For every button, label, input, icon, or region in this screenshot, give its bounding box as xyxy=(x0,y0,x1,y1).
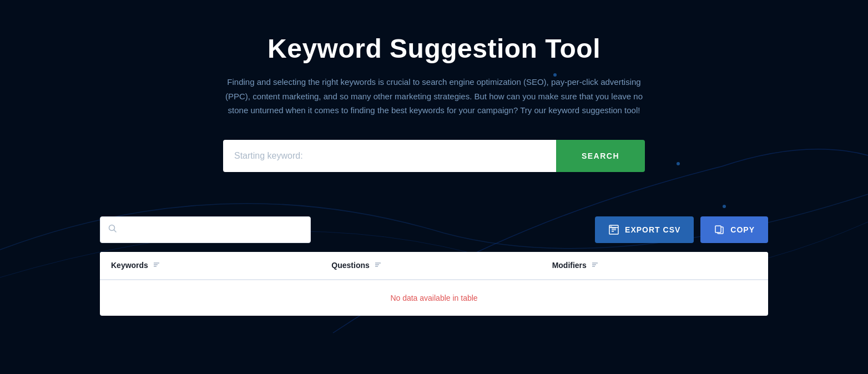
column-header-modifiers: Modifiers xyxy=(541,252,768,280)
filter-search-box[interactable] xyxy=(100,216,311,243)
svg-line-6 xyxy=(114,230,117,232)
keyword-search-input[interactable] xyxy=(223,140,556,172)
copy-label: COPY xyxy=(730,225,755,234)
sort-questions-icon[interactable] xyxy=(374,261,382,270)
export-csv-button[interactable]: EXPORT CSV xyxy=(595,216,694,243)
toolbar: EXPORT CSV COPY xyxy=(100,216,768,243)
column-header-keywords: Keywords xyxy=(100,252,320,280)
filter-input[interactable] xyxy=(123,225,302,234)
bottom-section: EXPORT CSV COPY Keywords xyxy=(0,205,868,327)
search-container: SEARCH xyxy=(223,140,645,172)
sort-keywords-icon[interactable] xyxy=(153,261,160,270)
search-icon xyxy=(108,224,117,235)
copy-icon xyxy=(714,224,725,235)
export-icon xyxy=(608,224,619,235)
action-buttons: EXPORT CSV COPY xyxy=(595,216,768,243)
table-row-empty: No data available in table xyxy=(100,280,768,316)
hero-section: Keyword Suggestion Tool Finding and sele… xyxy=(0,0,868,200)
column-header-questions: Questions xyxy=(320,252,541,280)
sort-modifiers-icon[interactable] xyxy=(591,261,599,270)
export-label: EXPORT CSV xyxy=(625,225,680,234)
svg-rect-14 xyxy=(715,226,721,233)
search-button[interactable]: SEARCH xyxy=(556,140,645,172)
hero-description: Finding and selecting the right keywords… xyxy=(218,75,650,118)
copy-button[interactable]: COPY xyxy=(700,216,768,243)
no-data-message: No data available in table xyxy=(390,294,477,302)
data-table: Keywords Questions xyxy=(100,252,768,316)
page-title: Keyword Suggestion Tool xyxy=(111,33,757,64)
table-header-row: Keywords Questions xyxy=(100,252,768,280)
